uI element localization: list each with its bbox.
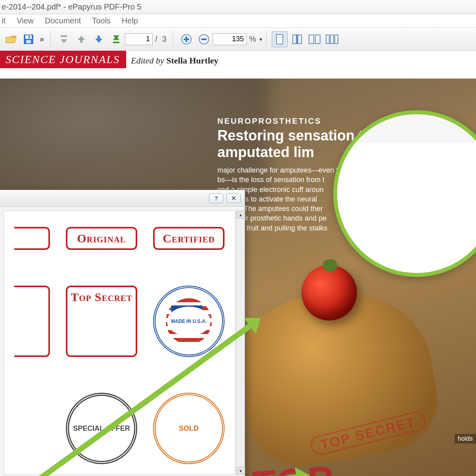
stamp-top-secret[interactable]: Top Secret [66, 286, 137, 357]
stamp-item[interactable] [14, 227, 50, 250]
svg-rect-10 [201, 38, 207, 40]
svg-rect-18 [330, 35, 334, 44]
toolbar: » / 3 % ▾ [0, 28, 476, 51]
menu-help[interactable]: Help [122, 16, 138, 25]
arrow-up-icon [76, 34, 86, 44]
stamp-grid: Original Certified Top Secret MADE IN U.… [4, 211, 235, 475]
save-button[interactable] [21, 31, 36, 47]
toolbar-separator [50, 31, 51, 48]
page-facing-cont-icon [325, 34, 339, 45]
arrow-first-icon [58, 34, 69, 45]
page-facing-icon [308, 34, 321, 45]
dialog-body: Original Certified Top Secret MADE IN U.… [4, 211, 235, 475]
stamp-made-in-usa[interactable]: MADE IN U.S.A. [153, 286, 225, 357]
page-number-input[interactable] [125, 33, 153, 45]
view-facing-button[interactable] [307, 31, 322, 47]
arrow-last-icon [111, 34, 122, 45]
page-single-icon [275, 34, 284, 45]
editor-name: Stella Hurtley [166, 56, 218, 65]
magnifier-content [337, 114, 476, 273]
stamp-original[interactable]: Original [66, 227, 137, 250]
toolbar-separator [173, 31, 174, 48]
svg-rect-8 [184, 38, 189, 40]
view-single-page-button[interactable] [272, 31, 288, 47]
svg-rect-2 [26, 40, 31, 43]
svg-rect-15 [309, 35, 314, 44]
svg-rect-11 [276, 35, 283, 44]
menu-view[interactable]: View [17, 16, 34, 25]
floppy-save-icon [23, 34, 34, 45]
page-separator: / [155, 35, 157, 44]
toolbar-separator [266, 31, 267, 48]
menu-tools[interactable]: Tools [92, 16, 111, 25]
menubar: it View Document Tools Help [0, 14, 476, 28]
view-continuous-button[interactable] [289, 31, 305, 47]
menu-document[interactable]: Document [45, 16, 81, 25]
svg-rect-5 [113, 42, 119, 43]
zoom-dropdown[interactable]: ▾ [259, 36, 262, 42]
stamp-certified[interactable]: Certified [153, 227, 225, 250]
edited-by: Edited by Stella Hurtley [131, 56, 219, 66]
dialog-help-button[interactable]: ? [209, 194, 223, 203]
tomato [301, 265, 357, 321]
zoom-out-icon [198, 33, 210, 45]
window-title: e-2014--204.pdf* - ePapyrus PDF-Pro 5 [2, 2, 141, 12]
zoom-in-icon [180, 33, 192, 45]
svg-rect-3 [29, 36, 30, 38]
folder-open-icon [5, 34, 17, 44]
scroll-up-icon[interactable]: ▴ [236, 211, 245, 219]
svg-rect-4 [61, 35, 67, 37]
arrow-down-icon [94, 34, 104, 44]
stamp-dialog: ? ✕ Original Certified Top Secret MADE I… [0, 190, 245, 476]
document-viewport[interactable]: SCIENCE JOURNALS Edited by Stella Hurtle… [0, 51, 476, 476]
stamp-item[interactable] [14, 286, 50, 357]
svg-rect-17 [326, 35, 329, 44]
zoom-unit: % [249, 35, 256, 44]
window-titlebar: e-2014--204.pdf* - ePapyrus PDF-Pro 5 [0, 0, 476, 14]
zoom-out-button[interactable] [196, 31, 212, 47]
svg-rect-12 [293, 35, 296, 44]
page-continuous-icon [292, 34, 303, 45]
zoom-in-button[interactable] [178, 31, 194, 47]
stamp-sold[interactable]: SOLD [153, 393, 225, 464]
first-page-button[interactable] [56, 31, 72, 47]
dialog-close-button[interactable]: ✕ [226, 194, 241, 203]
dialog-scrollbar[interactable]: ▴ ▾ [236, 211, 245, 475]
photo-caption: holds [455, 434, 476, 443]
zoom-input[interactable] [213, 33, 247, 45]
menu-edit[interactable]: it [2, 16, 6, 25]
stamp-usa-label: MADE IN U.S.A. [167, 307, 210, 336]
toolbar-overflow[interactable]: » [40, 35, 44, 44]
open-button[interactable] [3, 31, 19, 47]
page-total: 3 [162, 35, 167, 44]
view-facing-continuous-button[interactable] [324, 31, 340, 47]
journal-band: SCIENCE JOURNALS [0, 51, 126, 68]
svg-rect-13 [298, 35, 301, 44]
edited-prefix: Edited by [131, 56, 166, 65]
svg-rect-16 [315, 35, 320, 44]
scroll-down-icon[interactable]: ▾ [236, 467, 245, 475]
svg-rect-19 [335, 35, 338, 44]
last-page-button[interactable] [108, 31, 124, 47]
next-page-button[interactable] [91, 31, 107, 47]
prev-page-button[interactable] [73, 31, 89, 47]
dialog-titlebar[interactable]: ? ✕ [0, 190, 245, 207]
